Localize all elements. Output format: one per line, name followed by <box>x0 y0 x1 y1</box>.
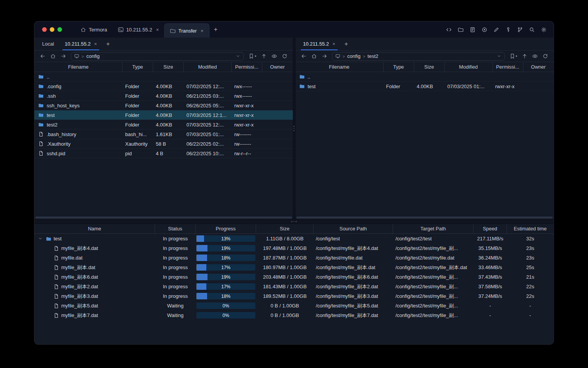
transfer-row[interactable]: myfile.datIn progress18%187.87MB / 1.00G… <box>34 253 554 263</box>
home-button[interactable] <box>48 53 58 59</box>
refresh-button[interactable] <box>280 53 289 59</box>
file-table-body: ..testFolder4.00KB07/03/2025 01:...rwxr-… <box>296 72 554 216</box>
key-icon[interactable] <box>505 27 511 33</box>
path-bar[interactable]: >config <box>71 52 244 61</box>
horizontal-scrollbar[interactable] <box>34 216 293 219</box>
panel-tab-10-211-55-2[interactable]: 10.211.55.2× <box>59 38 102 50</box>
column-header[interactable]: Filename <box>34 62 122 72</box>
show-hidden-button[interactable] <box>270 53 279 59</box>
file-row[interactable]: .bash_historybash_hi...1.61KB07/03/2025 … <box>34 130 293 139</box>
column-header[interactable]: Owner <box>523 62 554 72</box>
panel-tab-local[interactable]: Local <box>37 38 59 50</box>
bookmark-button[interactable]: ▾ <box>508 53 519 59</box>
close-tab-icon[interactable]: × <box>201 28 204 34</box>
breadcrumb-segment[interactable]: test2 <box>368 53 378 59</box>
transfer-row[interactable]: testIn progress13%1.11GB / 8.00GB/config… <box>34 234 554 243</box>
transfer-row[interactable]: myfile_副本.datIn progress17%180.97MB / 1.… <box>34 263 554 272</box>
forward-button[interactable] <box>320 53 329 59</box>
file-row[interactable]: test2Folder4.00KB07/03/2025 12:...rwxr-x… <box>34 120 293 130</box>
transfer-column-header[interactable]: Progress <box>196 224 256 233</box>
back-button[interactable] <box>38 53 47 59</box>
file-row[interactable]: .XauthorityXauthority58 B06/22/2025 02:.… <box>34 139 293 149</box>
file-row[interactable]: .. <box>34 72 293 82</box>
column-header[interactable]: Permissi... <box>493 62 523 72</box>
edit-icon[interactable] <box>493 27 499 33</box>
transfer-column-header[interactable]: Size <box>256 224 314 233</box>
record-icon[interactable] <box>482 27 487 33</box>
upload-button[interactable] <box>520 53 529 59</box>
column-header[interactable]: Modified <box>184 62 232 72</box>
branch-icon[interactable] <box>517 27 523 33</box>
transfer-row[interactable]: myfile_副本2.datIn progress17%181.43MB / 1… <box>34 282 554 291</box>
forward-button[interactable] <box>59 53 68 59</box>
file-row[interactable]: testFolder4.00KB07/03/2025 01:...rwxr-xr… <box>296 82 554 91</box>
breadcrumb-segment[interactable]: config <box>86 53 100 59</box>
file-row[interactable]: .. <box>296 72 554 82</box>
window-tab-termora[interactable]: Termora <box>75 21 113 38</box>
chevron-down-icon[interactable] <box>497 54 501 59</box>
expand-chevron-icon[interactable] <box>37 236 44 241</box>
window-tab-transfer[interactable]: Transfer× <box>164 23 209 38</box>
transfer-row[interactable]: myfile_副本5.datWaiting0%0 B / 1.00GB/conf… <box>34 301 554 310</box>
back-button[interactable] <box>299 53 309 59</box>
progress-track: 19% <box>196 245 255 251</box>
scrollbar-thumb[interactable] <box>35 217 292 219</box>
app-window: Termora10.211.55.2×Transfer× + Local10.2… <box>34 21 554 344</box>
close-window-button[interactable] <box>42 27 47 32</box>
window-tab-10-211-55-2[interactable]: 10.211.55.2× <box>113 21 164 38</box>
horizontal-splitter[interactable] <box>34 219 554 224</box>
folder-icon[interactable] <box>458 27 464 33</box>
transfer-column-header[interactable]: Speed <box>474 224 507 233</box>
transfer-row[interactable]: myfile_副本7.datWaiting0%0 B / 1.00GB/conf… <box>34 310 554 320</box>
settings-icon[interactable] <box>541 27 547 33</box>
panel-tab-10-211-55-2[interactable]: 10.211.55.2× <box>298 38 341 50</box>
code-icon[interactable] <box>446 27 452 33</box>
transfer-column-header[interactable]: Status <box>155 224 196 233</box>
transfer-column-header[interactable]: Estimated time <box>507 224 554 233</box>
new-window-tab-button[interactable]: + <box>209 26 222 33</box>
close-tab-icon[interactable]: × <box>332 41 335 47</box>
transfer-row[interactable]: myfile_副本3.datIn progress18%189.52MB / 1… <box>34 291 554 301</box>
zoom-window-button[interactable] <box>57 27 62 32</box>
add-panel-tab-button[interactable]: + <box>341 41 352 48</box>
bookmark-button[interactable]: ▾ <box>247 53 258 59</box>
file-row[interactable]: sshd.pidpid4 B06/22/2025 10:...rw-r--r-- <box>34 149 293 158</box>
column-header[interactable]: Type <box>384 62 414 72</box>
upload-button[interactable] <box>259 53 269 59</box>
column-header[interactable]: Size <box>153 62 184 72</box>
refresh-button[interactable] <box>541 53 550 59</box>
file-row[interactable]: testFolder4.00KB07/03/2025 12:1...rwxr-x… <box>34 110 293 120</box>
scrollbar-thumb[interactable] <box>296 217 553 219</box>
column-header[interactable]: Type <box>122 62 153 72</box>
column-header[interactable]: Permissi... <box>232 62 262 72</box>
transfer-column-header[interactable]: Name <box>34 224 155 233</box>
horizontal-scrollbar[interactable] <box>296 216 554 219</box>
notebook-icon[interactable] <box>470 27 475 33</box>
add-panel-tab-button[interactable]: + <box>102 41 113 48</box>
column-header[interactable]: Owner <box>262 62 293 72</box>
minimize-window-button[interactable] <box>50 27 54 32</box>
transfer-column-header[interactable]: Target Path <box>393 224 474 233</box>
source-path-cell: /config/test/myfile_副本5.dat <box>314 302 393 309</box>
size-cell: 0 B / 1.00GB <box>256 312 314 318</box>
file-row[interactable]: .configFolder4.00KB07/02/2025 12:...rwx-… <box>34 82 293 91</box>
path-bar[interactable]: >config>test2 <box>332 52 505 61</box>
transfer-row[interactable]: myfile_副本6.datIn progress19%203.48MB / 1… <box>34 272 554 282</box>
file-row[interactable]: .sshFolder4.00KB06/21/2025 03:...rwx----… <box>34 91 293 101</box>
column-header[interactable]: Modified <box>445 62 493 72</box>
breadcrumb-segment[interactable]: config <box>347 53 361 59</box>
close-tab-icon[interactable]: × <box>156 27 159 33</box>
show-hidden-button[interactable] <box>530 53 540 59</box>
transfer-row[interactable]: myfile_副本4.datIn progress19%197.48MB / 1… <box>34 243 554 253</box>
file-row[interactable]: ssh_host_keysFolder4.00KB06/26/2025 05:.… <box>34 101 293 110</box>
close-tab-icon[interactable]: × <box>94 41 97 47</box>
transfer-column-header[interactable]: Source Path <box>314 224 393 233</box>
vertical-splitter[interactable] <box>293 38 296 219</box>
size-cell: 4.00KB <box>153 112 184 118</box>
search-icon[interactable] <box>529 27 535 33</box>
column-header[interactable]: Size <box>414 62 445 72</box>
column-header[interactable]: Filename <box>296 62 384 72</box>
chevron-down-icon[interactable] <box>235 54 240 59</box>
filename-text: sshd.pid <box>47 151 65 156</box>
home-button[interactable] <box>309 53 319 59</box>
